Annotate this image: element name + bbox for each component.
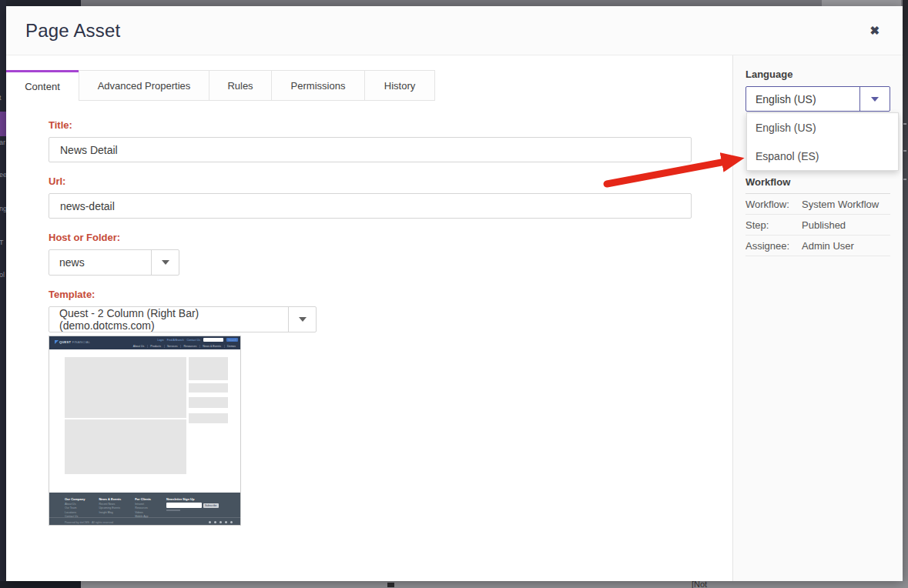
thumb-nav-item: Services xyxy=(164,345,179,348)
host-folder-value: news xyxy=(49,250,151,275)
workflow-row-value: System Workflow xyxy=(802,199,879,210)
chevron-down-icon xyxy=(299,317,307,322)
workflow-row: Assignee:Admin User xyxy=(745,236,890,256)
chevron-down-icon xyxy=(162,260,169,265)
page-asset-dialog: Page Asset ✖ ContentAdvanced PropertiesR… xyxy=(6,6,903,581)
thumb-nav-item: About Us xyxy=(131,345,146,348)
thumb-newsletter-input xyxy=(166,503,202,508)
workflow-row: Step:Published xyxy=(745,215,890,236)
url-field-group: Url: xyxy=(49,175,732,219)
thumb-social-icons xyxy=(209,521,233,523)
tab-content[interactable]: Content xyxy=(6,70,79,101)
language-option-1[interactable]: Espanol (ES) xyxy=(747,142,898,170)
tab-rules[interactable]: Rules xyxy=(209,70,272,101)
tab-strip: ContentAdvanced PropertiesRulesPermissio… xyxy=(6,70,732,101)
thumb-utility-link: Contact Us xyxy=(187,339,200,342)
title-label: Title: xyxy=(49,119,732,131)
tab-history[interactable]: History xyxy=(364,70,435,101)
backdrop-right-strip xyxy=(903,0,908,588)
thumb-newsletter: Newsletter Sign Up Subscribe xyxy=(166,497,228,511)
thumb-footer-column: Our CompanyAbout UsOur TeamLocationsCont… xyxy=(65,497,85,519)
dialog-title: Page Asset xyxy=(25,20,866,42)
thumb-nav-item: News & Events xyxy=(199,345,223,348)
workflow-row-value: Published xyxy=(802,219,846,231)
title-input[interactable] xyxy=(49,137,692,162)
backdrop-sidebar-corner xyxy=(0,0,81,6)
thumb-utility-links: LoginFind A BranchContact Us Search xyxy=(157,338,238,342)
workflow-row-value: Admin User xyxy=(802,240,854,252)
host-folder-dropdown-button[interactable] xyxy=(151,250,179,275)
language-label: Language xyxy=(745,68,890,80)
content-pane: ContentAdvanced PropertiesRulesPermissio… xyxy=(6,55,732,581)
language-dropdown-panel: English (US)Espanol (ES) xyxy=(746,112,899,171)
language-option-0[interactable]: English (US) xyxy=(747,113,898,142)
thumb-nav-item: Resources xyxy=(180,345,199,348)
thumb-site-header: QUEST FINANCIAL LoginFind A BranchContac… xyxy=(49,336,240,349)
thumb-copyright: Powered by dotCMS · All rights reserved xyxy=(65,521,113,524)
tab-permissions[interactable]: Permissions xyxy=(271,70,365,101)
thumb-search-button: Search xyxy=(226,338,238,342)
thumb-site-logo: QUEST FINANCIAL xyxy=(55,340,90,344)
thumb-nav-menu: About UsProductsServicesResourcesNews & … xyxy=(131,345,238,348)
workflow-section: Workflow Workflow:System WorkflowStep:Pu… xyxy=(745,176,890,256)
sidebar-active-item-fragment xyxy=(0,112,6,136)
tab-advanced-properties[interactable]: Advanced Properties xyxy=(79,70,209,101)
thumb-footer-column: For ClientsIntranetResourcesVideosMobile… xyxy=(135,497,151,519)
url-label: Url: xyxy=(49,175,732,187)
language-selected-value: English (US) xyxy=(746,87,859,111)
properties-sidebar: Language English (US) English (US)Espano… xyxy=(732,55,903,581)
backdrop-toolbar-fragment xyxy=(822,0,901,6)
template-select[interactable]: Quest - 2 Column (Right Bar) (demo.dotcm… xyxy=(49,306,317,332)
template-value: Quest - 2 Column (Right Bar) (demo.dotcm… xyxy=(49,307,288,332)
thumb-footer-column: News & EventsRecent NewsUpcoming EventsI… xyxy=(99,497,121,519)
template-dropdown-button[interactable] xyxy=(288,307,316,332)
backdrop-bottom-strip: [Not xyxy=(0,581,908,588)
thumb-utility-link: Login xyxy=(157,339,164,342)
workflow-row-label: Workflow: xyxy=(745,199,802,210)
thumb-utility-link: Find A Branch xyxy=(167,339,184,342)
title-field-group: Title: xyxy=(49,119,732,162)
workflow-header: Workflow xyxy=(745,176,890,194)
dialog-header: Page Asset ✖ xyxy=(6,6,903,55)
page-asset-form: Title: Url: Host or Folder: news xyxy=(6,101,732,526)
workflow-row: Workflow:System Workflow xyxy=(745,194,890,215)
language-dropdown-button[interactable] xyxy=(859,87,890,111)
close-icon[interactable]: ✖ xyxy=(866,21,883,41)
thumb-page-body xyxy=(49,349,240,493)
backdrop-top-strip xyxy=(0,0,908,6)
thumb-search-box xyxy=(203,338,223,342)
thumb-subscribe-button: Subscribe xyxy=(203,503,219,508)
url-input[interactable] xyxy=(49,193,692,219)
chevron-down-icon xyxy=(871,97,879,102)
thumb-nav-item: Demos xyxy=(224,345,238,348)
template-label: Template: xyxy=(49,289,732,300)
thumb-site-footer: Our CompanyAbout UsOur TeamLocationsCont… xyxy=(49,493,240,526)
host-folder-select[interactable]: news xyxy=(49,249,179,276)
template-preview-thumbnail: QUEST FINANCIAL LoginFind A BranchContac… xyxy=(49,336,241,526)
thumb-nav-item: Products xyxy=(147,345,163,348)
backdrop-left-sidebar-strip: t ar ee ng T ol xyxy=(0,0,6,588)
flag-icon xyxy=(55,340,59,344)
backdrop-text-fragment: [Not xyxy=(692,581,707,588)
template-field-group: Template: Quest - 2 Column (Right Bar) (… xyxy=(49,289,732,526)
workflow-row-label: Assignee: xyxy=(745,240,802,252)
host-label: Host or Folder: xyxy=(49,232,732,243)
workflow-row-label: Step: xyxy=(745,219,802,231)
language-select[interactable]: English (US) xyxy=(745,86,890,112)
host-field-group: Host or Folder: news xyxy=(49,232,732,276)
